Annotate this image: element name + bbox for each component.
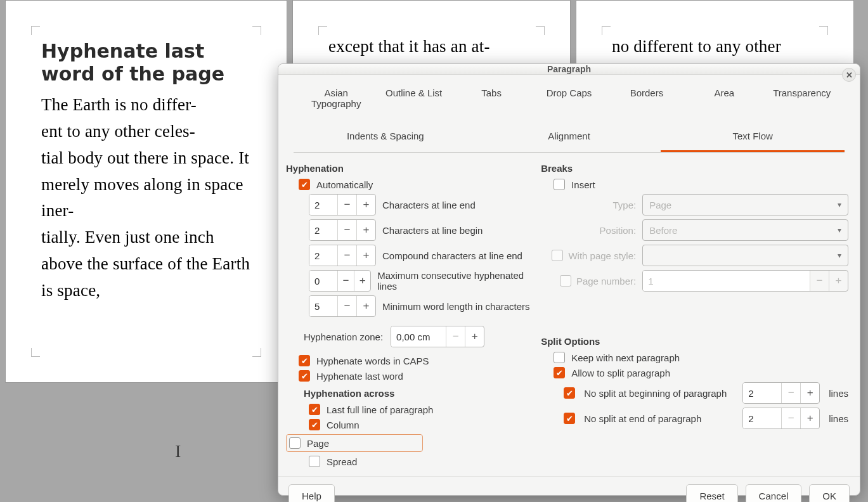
last-word-checkbox[interactable] [299,370,310,382]
max-consec-spin[interactable]: − + [309,270,371,292]
position-select[interactable]: Before ▾ [642,219,848,241]
dialog-titlebar[interactable]: Paragraph ✕ [278,64,860,75]
keep-next-label: Keep with next paragraph [571,352,680,363]
close-button[interactable]: ✕ [842,68,856,82]
insert-checkbox[interactable] [554,179,565,190]
no-split-end-dec[interactable]: − [781,408,800,428]
across-column-label: Column [327,420,360,430]
compound-input[interactable] [309,245,337,266]
section-hyphenation-across: Hyphenation across [286,388,533,399]
chevron-down-icon: ▾ [838,251,841,260]
tab-area[interactable]: Area [685,81,763,115]
page-number-label: Page number: [576,276,636,286]
with-page-style-select[interactable]: ▾ [642,245,848,266]
section-hyphenation: Hyphenation [286,163,533,174]
text-cursor-icon: I [175,441,181,461]
chars-end-input[interactable] [309,195,337,215]
allow-split-checkbox[interactable] [554,367,565,378]
across-spread-label: Spread [327,456,357,467]
section-breaks: Breaks [541,163,848,174]
no-split-end-unit: lines [829,413,848,424]
no-split-end-checkbox[interactable] [564,413,575,424]
min-word-dec[interactable]: − [337,296,356,316]
min-word-spin[interactable]: − + [309,295,376,317]
tab-drop-caps[interactable]: Drop Caps [530,81,607,115]
tab-indents-spacing[interactable]: Indents & Spacing [294,123,477,152]
reset-button[interactable]: Reset [686,484,737,502]
tab-asian-typography[interactable]: Asian Typography [297,81,375,115]
page-number-dec[interactable]: − [810,271,829,291]
no-split-end-spin[interactable]: − + [742,408,820,429]
page-number-inc[interactable]: + [829,271,848,291]
tab-outline-list[interactable]: Outline & List [375,81,452,115]
zone-spin[interactable]: − + [391,326,484,347]
max-consec-dec[interactable]: − [337,271,354,291]
no-split-begin-spin[interactable]: − + [742,382,820,404]
across-spread-checkbox[interactable] [309,456,320,467]
page2-body: except that it has an at- [328,34,534,60]
tab-text-flow[interactable]: Text Flow [661,123,845,152]
no-split-end-input[interactable] [743,408,781,428]
chars-end-label: Characters at line end [382,200,476,210]
chars-end-spin[interactable]: − + [309,194,376,216]
dialog-title: Paragraph [547,64,591,74]
max-consec-inc[interactable]: + [354,271,370,291]
across-column-checkbox[interactable] [309,419,320,430]
keep-next-checkbox[interactable] [554,352,565,363]
automatically-checkbox[interactable] [299,179,310,190]
with-page-style-checkbox[interactable] [552,250,563,261]
compound-inc[interactable]: + [356,245,375,266]
tab-alignment[interactable]: Alignment [477,123,661,152]
page3-body: no different to any other [612,34,818,60]
automatically-label: Automatically [316,179,373,190]
chars-begin-spin[interactable]: − + [309,219,376,241]
no-split-begin-dec[interactable]: − [781,383,800,403]
page-number-checkbox[interactable] [560,275,571,286]
chars-end-dec[interactable]: − [337,195,356,215]
min-word-inc[interactable]: + [356,296,375,316]
help-button[interactable]: Help [288,484,335,502]
min-word-input[interactable] [309,296,337,316]
caps-checkbox[interactable] [299,355,310,366]
chevron-down-icon: ▾ [838,200,841,209]
ok-button[interactable]: OK [809,484,850,502]
chars-begin-input[interactable] [309,220,337,240]
no-split-begin-inc[interactable]: + [800,383,819,403]
tab-borders[interactable]: Borders [608,81,685,115]
compound-dec[interactable]: − [337,245,356,266]
chars-begin-dec[interactable]: − [337,220,356,240]
compound-spin[interactable]: − + [309,245,376,266]
section-split-options: Split Options [541,336,848,347]
no-split-begin-input[interactable] [743,383,781,403]
zone-input[interactable] [391,326,446,347]
type-select[interactable]: Page ▾ [642,194,848,216]
paragraph-dialog: Paragraph ✕ Asian Typography Outline & L… [278,63,860,496]
cancel-button[interactable]: Cancel [746,484,802,502]
last-word-label: Hyphenate last word [316,371,403,382]
caps-label: Hyphenate words in CAPS [316,356,429,366]
zone-dec[interactable]: − [446,326,465,347]
zone-inc[interactable]: + [465,326,484,347]
across-page-label: Page [307,438,329,449]
no-split-begin-checkbox[interactable] [564,387,575,399]
insert-label: Insert [571,179,595,190]
tab-tabs[interactable]: Tabs [453,81,530,115]
chars-end-inc[interactable]: + [356,195,375,215]
page1-body: The Earth is no differ- ent to any other… [41,92,251,304]
across-page-checkbox[interactable] [289,437,301,449]
position-label: Position: [541,225,636,236]
chars-begin-inc[interactable]: + [356,220,375,240]
tab-transparency[interactable]: Transparency [763,81,841,115]
max-consec-input[interactable] [309,271,337,291]
dialog-tabs: Asian Typography Outline & List Tabs Dro… [278,75,860,153]
doc-page-1: Hyphenate last word of the page The Eart… [5,0,287,383]
no-split-end-inc[interactable]: + [800,408,819,428]
dialog-content: Hyphenation Automatically − + Characters… [278,153,860,476]
allow-split-label: Allow to split paragraph [571,368,670,378]
across-last-line-checkbox[interactable] [309,404,320,415]
min-word-label: Minimum word length in characters [382,301,530,312]
page-number-spin[interactable]: − + [642,270,848,292]
max-consec-label: Maximum consecutive hyphenated lines [377,270,533,292]
page-number-input[interactable] [643,271,810,291]
chars-begin-label: Characters at line begin [382,225,483,236]
